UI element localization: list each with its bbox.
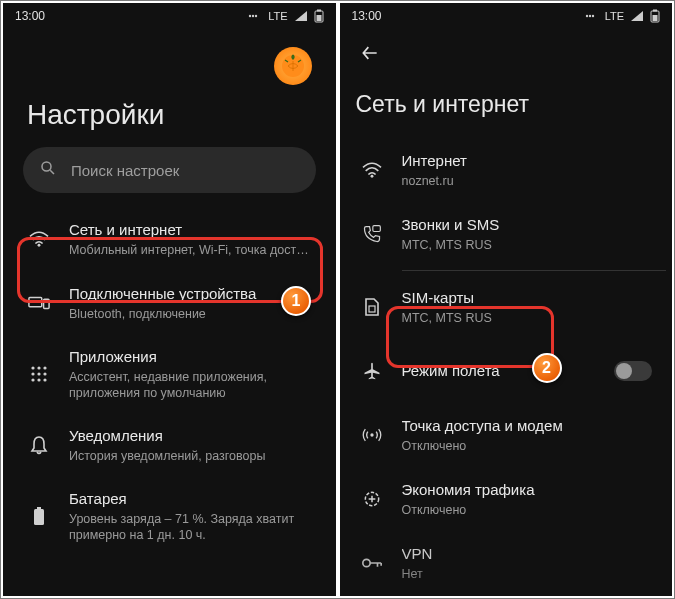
network-list: Интернет noznet.ru Звонки и SMS MTC, MTS… xyxy=(340,138,673,595)
topbar xyxy=(340,29,673,77)
svg-point-12 xyxy=(31,366,34,369)
status-right: LTE xyxy=(248,9,323,23)
network-label: LTE xyxy=(268,10,287,22)
status-time: 13:00 xyxy=(352,9,382,23)
svg-point-1 xyxy=(252,15,254,17)
statusbar: 13:00 LTE xyxy=(340,3,673,29)
svg-point-15 xyxy=(31,372,34,375)
signal-icon xyxy=(294,10,308,22)
item-title: Батарея xyxy=(69,489,312,509)
item-vpn[interactable]: VPN Нет xyxy=(346,531,667,595)
item-network[interactable]: Сеть и интернет Мобильный интернет, Wi-F… xyxy=(13,207,326,271)
vpn-key-icon xyxy=(360,556,384,570)
svg-point-17 xyxy=(43,372,46,375)
svg-point-2 xyxy=(255,15,257,17)
svg-rect-21 xyxy=(34,509,44,525)
item-sub: Мобильный интернет, Wi-Fi, точка доступа xyxy=(69,242,312,258)
item-title: Сеть и интернет xyxy=(69,220,312,240)
item-battery[interactable]: Батарея Уровень заряда – 71 %. Заряда хв… xyxy=(13,477,326,555)
item-sub: MTC, MTS RUS xyxy=(402,237,653,253)
volte-icon xyxy=(585,11,599,21)
svg-point-32 xyxy=(370,433,373,436)
svg-point-34 xyxy=(362,559,369,566)
wifi-icon xyxy=(27,230,51,248)
bell-icon xyxy=(27,435,51,455)
item-sub: История уведомлений, разговоры xyxy=(69,448,312,464)
screenshot-pair: 13:00 LTE Настройки Поиск настроек xyxy=(0,0,675,599)
svg-point-19 xyxy=(37,378,40,381)
signal-icon xyxy=(630,10,644,22)
arrow-back-icon xyxy=(360,43,380,63)
item-data-saver[interactable]: Экономия трафика Отключено xyxy=(346,467,667,531)
battery-icon xyxy=(650,9,660,23)
sim-icon xyxy=(360,297,384,317)
status-time: 13:00 xyxy=(15,9,45,23)
item-sub: MTC, MTS RUS xyxy=(402,310,653,326)
svg-point-16 xyxy=(37,372,40,375)
svg-point-14 xyxy=(43,366,46,369)
item-sub: Bluetooth, подключение xyxy=(69,306,312,322)
svg-point-13 xyxy=(37,366,40,369)
item-title: Уведомления xyxy=(69,426,312,446)
svg-rect-31 xyxy=(369,306,375,312)
svg-point-24 xyxy=(588,15,590,17)
item-hotspot[interactable]: Точка доступа и модем Отключено xyxy=(346,403,667,467)
svg-rect-27 xyxy=(653,10,657,12)
statusbar: 13:00 LTE xyxy=(3,3,336,29)
item-title: Точка доступа и модем xyxy=(402,416,653,436)
callout-2: 2 xyxy=(532,353,562,383)
data-saver-icon xyxy=(360,489,384,509)
item-apps[interactable]: Приложения Ассистент, недавние приложени… xyxy=(13,335,326,413)
item-sim-cards[interactable]: SIM-карты MTC, MTS RUS xyxy=(346,275,667,339)
item-sub: Отключено xyxy=(402,438,653,454)
item-connected-devices[interactable]: Подключенные устройства Bluetooth, подкл… xyxy=(13,271,326,335)
svg-point-7 xyxy=(42,162,51,171)
callout-1: 1 xyxy=(281,286,311,316)
phone-left: 13:00 LTE Настройки Поиск настроек xyxy=(3,3,336,596)
item-sub: Отключено xyxy=(402,502,653,518)
item-title: Экономия трафика xyxy=(402,480,653,500)
item-title: Подключенные устройства xyxy=(69,284,312,304)
svg-point-23 xyxy=(585,15,587,17)
hotspot-icon xyxy=(360,425,384,445)
item-title: Приложения xyxy=(69,347,312,367)
item-calls-sms[interactable]: Звонки и SMS MTC, MTS RUS xyxy=(346,202,667,266)
status-right: LTE xyxy=(585,9,660,23)
network-label: LTE xyxy=(605,10,624,22)
item-title: Звонки и SMS xyxy=(402,215,653,235)
apps-icon xyxy=(27,365,51,383)
back-button[interactable] xyxy=(352,35,388,71)
svg-rect-10 xyxy=(29,298,42,307)
avatar[interactable] xyxy=(274,47,312,85)
item-notifications[interactable]: Уведомления История уведомлений, разгово… xyxy=(13,413,326,477)
page-title: Сеть и интернет xyxy=(340,77,673,138)
item-sub: noznet.ru xyxy=(402,173,653,189)
svg-point-29 xyxy=(370,175,373,178)
volte-icon xyxy=(248,11,262,21)
battery-icon xyxy=(314,9,324,23)
svg-point-9 xyxy=(38,244,41,247)
phone-right: 13:00 LTE Сеть и интернет Интернет nozne… xyxy=(340,3,673,596)
item-title: SIM-карты xyxy=(402,288,653,308)
item-title: Интернет xyxy=(402,151,653,171)
svg-rect-30 xyxy=(372,226,380,232)
item-internet[interactable]: Интернет noznet.ru xyxy=(346,138,667,202)
item-sub: Нет xyxy=(402,566,653,582)
item-sub: Уровень заряда – 71 %. Заряда хватит при… xyxy=(69,511,312,544)
search-placeholder: Поиск настроек xyxy=(71,162,179,179)
battery-icon xyxy=(27,506,51,526)
settings-list: Сеть и интернет Мобильный интернет, Wi-F… xyxy=(13,207,326,555)
svg-rect-22 xyxy=(37,507,41,510)
airplane-toggle[interactable] xyxy=(614,361,652,381)
item-airplane-mode[interactable]: Режим полета xyxy=(346,339,667,403)
search-bar[interactable]: Поиск настроек xyxy=(23,147,316,193)
devices-icon xyxy=(27,294,51,312)
svg-rect-5 xyxy=(316,15,321,21)
svg-rect-11 xyxy=(44,299,50,308)
item-sub: Ассистент, недавние приложения, приложен… xyxy=(69,369,312,402)
item-title: Режим полета xyxy=(402,361,597,381)
svg-point-18 xyxy=(31,378,34,381)
divider xyxy=(402,270,667,271)
page-title: Настройки xyxy=(13,93,326,147)
svg-rect-28 xyxy=(653,15,658,21)
